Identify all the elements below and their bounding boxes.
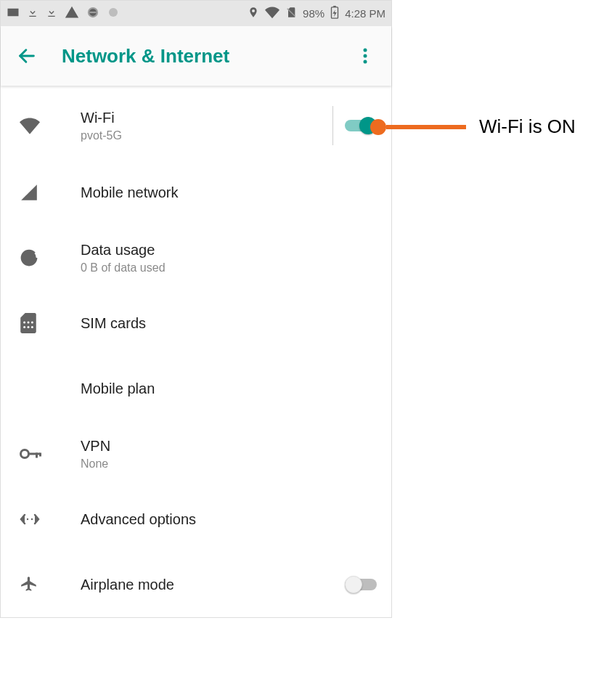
vpn-subtitle: None [81,457,377,471]
svg-point-10 [22,251,36,265]
download-icon [27,7,38,20]
sim-cards-item[interactable]: SIM cards [1,290,391,356]
settings-list: Wi-Fi pvot-5G Mobile network [1,86,391,617]
data-usage-subtitle: 0 B of data used [81,261,377,274]
cellular-icon [15,183,81,202]
wifi-subtitle: pvot-5G [81,129,324,142]
svg-point-8 [364,54,367,58]
clock-text: 4:28 PM [345,7,385,20]
svg-point-13 [31,321,33,323]
svg-rect-18 [28,453,40,455]
card-icon [7,6,20,21]
svg-point-14 [23,326,25,328]
mobile-network-item[interactable]: Mobile network [1,160,391,225]
overflow-menu-button[interactable] [352,43,378,69]
wifi-item[interactable]: Wi-Fi pvot-5G [1,91,391,160]
page-title: Network & Internet [62,45,229,68]
svg-point-15 [27,326,29,328]
vpn-title: VPN [81,438,377,455]
airplane-toggle[interactable] [345,576,377,593]
back-button[interactable] [14,43,40,69]
svg-rect-20 [39,453,41,457]
mobile-network-title: Mobile network [81,184,377,201]
phone-frame: 98% 4:28 PM Network & Internet Wi-Fi pvo… [0,0,392,618]
mobile-plan-item[interactable]: Mobile plan [1,356,391,421]
data-usage-icon [15,248,81,267]
airplane-icon [15,575,81,594]
airplane-mode-item[interactable]: Airplane mode [1,552,391,617]
annotation-label: Wi-Fi is ON [479,115,581,139]
svg-point-7 [364,49,367,52]
battery-icon [330,6,339,21]
svg-rect-19 [36,453,38,458]
vpn-item[interactable]: VPN None [1,421,391,487]
annotation-callout: Wi-Fi is ON [370,115,581,139]
svg-point-16 [31,326,33,328]
circle-icon [107,6,120,21]
download-icon-2 [46,7,57,20]
svg-point-11 [23,321,25,323]
wifi-title: Wi-Fi [81,110,324,126]
divider [332,106,333,145]
svg-point-9 [364,60,367,64]
advanced-options-item[interactable]: Advanced options [1,487,391,552]
sim-icon [15,313,81,333]
annotation-dot-icon [370,119,386,135]
vpn-key-icon [15,447,81,460]
warning-icon [65,5,79,22]
status-left-icons [7,5,120,22]
no-sim-icon [285,7,297,20]
app-bar: Network & Internet [1,26,391,86]
svg-point-17 [21,450,29,458]
location-icon [248,7,259,20]
circle-dash-icon [86,6,99,21]
status-right-icons: 98% 4:28 PM [248,5,385,22]
svg-point-21 [27,518,28,520]
ethernet-icon [15,513,81,525]
wifi-icon [15,115,81,136]
svg-point-2 [109,8,118,17]
svg-point-12 [27,321,29,323]
data-usage-title: Data usage [81,242,377,259]
mobile-plan-title: Mobile plan [81,380,377,397]
airplane-mode-title: Airplane mode [81,577,336,593]
data-usage-item[interactable]: Data usage 0 B of data used [1,225,391,290]
wifi-status-icon [265,5,279,22]
sim-cards-title: SIM cards [81,315,377,332]
battery-percent: 98% [303,7,324,20]
status-bar: 98% 4:28 PM [1,1,391,26]
annotation-line-icon [386,125,466,129]
advanced-options-title: Advanced options [81,511,377,528]
svg-point-22 [31,518,33,520]
svg-rect-5 [333,6,336,7]
